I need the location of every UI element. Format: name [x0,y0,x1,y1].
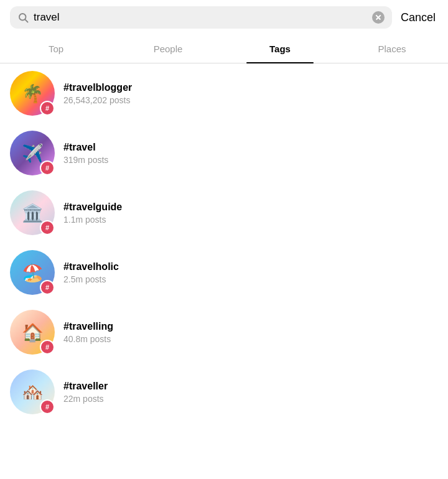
tag-avatar-wrap: ✈️ # [10,131,55,175]
tabs-bar: Top People Tags Places [0,35,448,63]
tab-tags[interactable]: Tags [224,35,336,63]
hashtag-badge: # [40,160,55,175]
tag-post-count: 26,543,202 posts [63,95,132,105]
tag-item[interactable]: 🏘️ # #traveller 22m posts [0,362,448,422]
hashtag-badge: # [40,101,55,116]
tag-item[interactable]: 🌴 # #travelblogger 26,543,202 posts [0,63,448,123]
tag-avatar-wrap: 🌴 # [10,71,55,116]
hashtag-badge: # [40,220,55,235]
search-input[interactable] [34,11,367,24]
tag-info: #travelling 40.8m posts [63,321,113,344]
tab-top[interactable]: Top [0,35,112,63]
tag-post-count: 1.1m posts [63,215,122,225]
tag-name: #travelling [63,321,113,332]
tag-info: #travelholic 2.5m posts [63,261,119,284]
tag-info: #traveller 22m posts [63,381,108,404]
hashtag-badge: # [40,280,55,295]
tag-info: #travel 319m posts [63,142,108,165]
tag-name: #travelholic [63,261,119,272]
tag-item[interactable]: 🏛️ # #travelguide 1.1m posts [0,183,448,243]
search-bar [10,6,392,29]
svg-line-1 [25,19,27,22]
clear-search-button[interactable] [372,11,385,24]
tag-post-count: 40.8m posts [63,334,113,344]
tag-post-count: 319m posts [63,155,108,165]
tag-info: #travelblogger 26,543,202 posts [63,82,132,105]
tag-info: #travelguide 1.1m posts [63,202,122,225]
tag-name: #travelguide [63,202,122,213]
tag-name: #traveller [63,381,108,392]
header: Cancel [0,0,448,35]
tag-avatar-wrap: 🏘️ # [10,370,55,414]
tag-post-count: 22m posts [63,394,108,404]
search-icon [17,12,29,23]
tag-item[interactable]: 🏖️ # #travelholic 2.5m posts [0,243,448,302]
tab-places[interactable]: Places [336,35,448,63]
tag-post-count: 2.5m posts [63,274,119,284]
cancel-button[interactable]: Cancel [398,11,438,24]
tag-avatar-wrap: 🏖️ # [10,250,55,295]
tag-avatar-wrap: 🏠 # [10,310,55,355]
tag-avatar-wrap: 🏛️ # [10,190,55,235]
tag-name: #travel [63,142,108,153]
hashtag-badge: # [40,399,55,414]
tag-item[interactable]: ✈️ # #travel 319m posts [0,123,448,183]
tab-people[interactable]: People [112,35,224,63]
tag-item[interactable]: 🏠 # #travelling 40.8m posts [0,302,448,362]
hashtag-badge: # [40,340,55,355]
tag-list: 🌴 # #travelblogger 26,543,202 posts ✈️ #… [0,63,448,422]
tag-name: #travelblogger [63,82,132,93]
